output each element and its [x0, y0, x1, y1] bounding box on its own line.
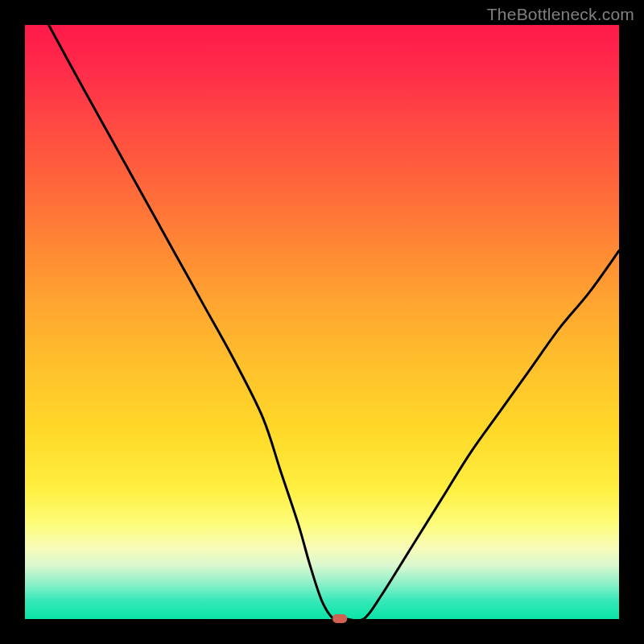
- marker-icon: [332, 614, 347, 623]
- chart-frame: TheBottleneck.com: [0, 0, 644, 644]
- watermark-label: TheBottleneck.com: [487, 5, 634, 24]
- plot-area: [25, 25, 619, 619]
- bottleneck-curve: [25, 25, 619, 619]
- curve-path: [49, 25, 619, 621]
